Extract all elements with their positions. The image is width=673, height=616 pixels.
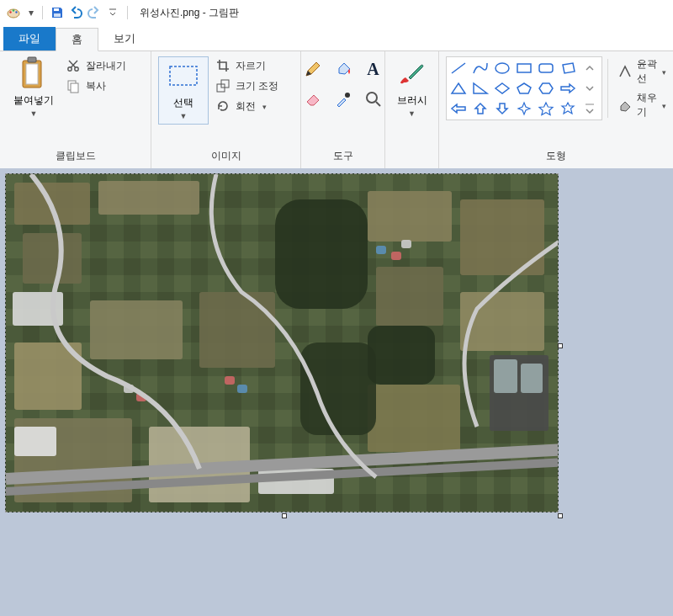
svg-rect-13	[71, 83, 78, 93]
chevron-down-icon: ▾	[662, 68, 666, 77]
svg-point-1	[9, 11, 11, 13]
svg-line-19	[452, 63, 465, 73]
ribbon-tabs: 파일 홈 보기	[0, 25, 673, 50]
shape-hexagon[interactable]	[536, 79, 556, 98]
document-title: 위성사진.png - 그림판	[140, 6, 239, 20]
shape-star6[interactable]	[558, 99, 578, 118]
fill-icon	[618, 98, 632, 113]
ribbon: 붙여넣기 ▼ 잘라내기 복사 클립보드	[0, 50, 673, 168]
save-button[interactable]	[48, 3, 66, 22]
svg-rect-21	[517, 64, 531, 72]
shape-roundrect[interactable]	[536, 59, 556, 77]
svg-point-3	[15, 11, 17, 13]
chevron-down-icon: ▾	[662, 102, 666, 110]
fill-tool[interactable]	[331, 56, 356, 82]
group-label-image: 이미지	[151, 146, 300, 168]
copy-button[interactable]: 복사	[66, 78, 126, 93]
app-dropdown-icon[interactable]: ▾	[25, 7, 37, 19]
shapes-gallery[interactable]	[446, 56, 602, 120]
chevron-down-icon: ▼	[30, 109, 38, 118]
magnifier-tool[interactable]	[361, 87, 386, 112]
group-label-shapes: 도형	[439, 146, 673, 168]
shape-diamond[interactable]	[492, 79, 512, 98]
paste-button[interactable]: 붙여넣기 ▼	[7, 56, 61, 119]
shape-curve[interactable]	[470, 59, 490, 77]
svg-point-10	[68, 67, 72, 71]
paste-label: 붙여넣기	[13, 93, 54, 108]
title-bar: ▾ 위성사진.png - 그림판	[0, 0, 673, 25]
group-shapes: 윤곽선 ▾ 채우기 ▾ 도형	[439, 51, 673, 168]
tab-view[interactable]: 보기	[98, 27, 151, 50]
brush-icon	[396, 58, 428, 90]
select-button[interactable]: 선택 ▼	[158, 56, 209, 125]
resize-handle[interactable]	[282, 513, 287, 518]
qat-customize-icon[interactable]	[107, 8, 119, 18]
tab-home[interactable]: 홈	[56, 28, 98, 51]
group-brushes: 브러시 ▼	[385, 51, 439, 168]
svg-rect-8	[26, 64, 38, 84]
rotate-button[interactable]: 회전 ▾	[215, 98, 278, 114]
group-image: 선택 ▼ 자르기 크기 조정	[151, 51, 301, 168]
chevron-down-icon: ▾	[262, 103, 267, 111]
resize-button[interactable]: 크기 조정	[215, 78, 278, 93]
cut-button[interactable]: 잘라내기	[66, 58, 126, 73]
shape-oval[interactable]	[492, 59, 512, 77]
resize-icon	[215, 78, 231, 93]
crop-button[interactable]: 자르기	[215, 58, 278, 73]
select-label: 선택	[173, 96, 193, 110]
resize-handle[interactable]	[558, 513, 563, 518]
shape-arrow-down[interactable]	[492, 99, 512, 118]
svg-rect-5	[54, 13, 61, 17]
shape-outline-button[interactable]: 윤곽선 ▾	[618, 57, 666, 86]
svg-rect-14	[170, 66, 197, 85]
brushes-label: 브러시	[397, 93, 427, 108]
shape-rect[interactable]	[514, 59, 534, 77]
group-label-tools: 도구	[301, 146, 384, 168]
group-clipboard: 붙여넣기 ▼ 잘라내기 복사 클립보드	[0, 51, 151, 168]
shapes-scroll-up[interactable]	[580, 59, 600, 77]
color-picker-tool[interactable]	[331, 87, 356, 112]
paste-icon	[18, 58, 50, 90]
svg-rect-22	[539, 64, 553, 72]
scissors-icon	[66, 58, 81, 73]
shape-arrow-up[interactable]	[470, 99, 490, 118]
outline-icon	[618, 64, 632, 79]
shape-polygon[interactable]	[558, 59, 578, 77]
shape-triangle[interactable]	[448, 79, 469, 98]
group-label-clipboard: 클립보드	[0, 146, 151, 168]
svg-point-18	[367, 93, 377, 103]
rotate-icon	[215, 98, 231, 114]
resize-handle[interactable]	[558, 343, 563, 348]
satellite-image	[6, 174, 558, 512]
svg-point-17	[345, 93, 350, 98]
text-tool[interactable]: A	[361, 56, 386, 82]
brushes-button[interactable]: 브러시 ▼	[389, 56, 435, 119]
redo-button[interactable]	[85, 3, 103, 22]
shapes-expand[interactable]	[580, 99, 600, 118]
undo-button[interactable]	[66, 3, 85, 22]
shape-arrow-right[interactable]	[558, 79, 578, 98]
eraser-tool[interactable]	[300, 87, 326, 112]
select-rect-icon	[167, 61, 199, 93]
shape-pentagon[interactable]	[514, 79, 534, 98]
app-icon	[5, 4, 22, 21]
svg-point-2	[13, 9, 14, 11]
shape-line[interactable]	[448, 59, 469, 77]
shapes-scroll-down[interactable]	[580, 79, 600, 98]
shape-star4[interactable]	[514, 99, 534, 118]
pencil-tool[interactable]	[300, 56, 326, 82]
shape-right-triangle[interactable]	[470, 79, 490, 98]
tab-file[interactable]: 파일	[3, 27, 56, 50]
canvas[interactable]	[5, 173, 559, 512]
svg-rect-9	[28, 57, 36, 62]
svg-point-11	[75, 67, 78, 71]
copy-icon	[66, 78, 81, 93]
canvas-area	[0, 168, 673, 518]
chevron-down-icon: ▼	[180, 112, 188, 120]
chevron-down-icon: ▼	[408, 109, 416, 118]
shape-arrow-left[interactable]	[448, 99, 469, 118]
shape-fill-button[interactable]: 채우기 ▾	[618, 91, 666, 119]
svg-rect-4	[54, 8, 59, 11]
shape-star5[interactable]	[536, 99, 556, 118]
group-tools: A 도구	[301, 51, 385, 168]
